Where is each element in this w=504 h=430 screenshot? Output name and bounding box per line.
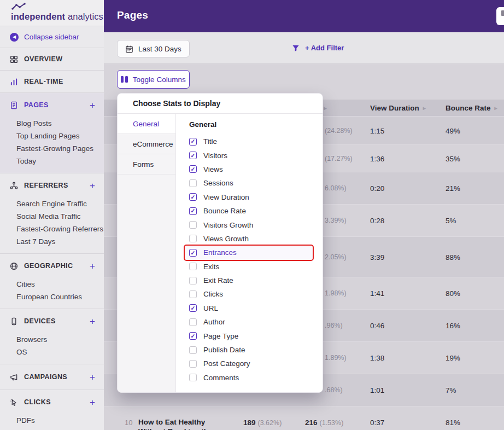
sidebar-item-blog-posts[interactable]: Blog Posts: [0, 117, 104, 130]
sidebar-item-real-time[interactable]: REAL-TIME: [0, 71, 104, 92]
option-views-growth[interactable]: Views Growth: [185, 232, 313, 246]
option-entrances[interactable]: ✓Entrances: [185, 246, 313, 259]
sidebar-item-browsers[interactable]: Browsers: [0, 333, 104, 346]
checkbox-icon[interactable]: ✓: [189, 138, 197, 146]
add-filter-button[interactable]: + Add Filter: [292, 44, 344, 52]
sidebar-section-campaigns: CAMPAIGNS +: [0, 364, 104, 390]
checkbox-icon[interactable]: ✓: [189, 249, 197, 257]
sidebar-item-fastest-growing-referrers[interactable]: Fastest-Growing Referrers: [0, 223, 104, 235]
option-bounce-rate[interactable]: ✓Bounce Rate: [185, 204, 313, 218]
checkbox-icon[interactable]: [189, 374, 197, 381]
option-views[interactable]: ✓Views: [185, 162, 313, 176]
collapse-icon: ◀: [10, 33, 19, 42]
checkbox-icon[interactable]: [189, 179, 197, 187]
option-view-duration[interactable]: ✓View Duration: [185, 190, 313, 204]
checkbox-icon[interactable]: [189, 277, 197, 284]
add-pages-report-button[interactable]: +: [90, 101, 95, 110]
pages-table-area: s▸ View Duration▸ Bounce Rate▸ (24.28%) …: [104, 64, 504, 430]
popover-title: Choose Stats to Display: [118, 94, 323, 114]
row-rank: 10: [125, 419, 132, 427]
sidebar-item-os[interactable]: OS: [0, 346, 104, 358]
checkbox-icon[interactable]: [189, 360, 197, 368]
column-header-view-duration[interactable]: View Duration▸: [370, 100, 426, 116]
option-exits[interactable]: Exits: [185, 260, 313, 274]
option-publish-date[interactable]: Publish Date: [185, 343, 313, 357]
checkbox-icon[interactable]: ✓: [189, 152, 197, 159]
option-comments[interactable]: Comments: [185, 371, 313, 385]
row-title-link[interactable]: How to Eat HealthyWithout Breaking the: [138, 417, 213, 430]
sidebar-item-overview[interactable]: OVERVIEW: [0, 48, 104, 70]
sidebar-item-european-countries[interactable]: European Countries: [0, 290, 104, 303]
checkbox-icon[interactable]: [189, 318, 197, 326]
add-geographic-report-button[interactable]: +: [90, 262, 95, 271]
checkbox-icon[interactable]: [189, 290, 197, 298]
popover-tab-rail: General eCommerce Forms: [118, 114, 176, 393]
option-title[interactable]: ✓Title: [185, 135, 313, 148]
checkbox-icon[interactable]: [189, 235, 197, 242]
sidebar-item-top-landing-pages[interactable]: Top Landing Pages: [0, 130, 104, 142]
devices-icon: [10, 317, 18, 326]
sidebar-item-social-media-traffic[interactable]: Social Media Traffic: [0, 210, 104, 223]
sidebar-section-geographic: GEOGRAPHIC + Cities European Countries: [0, 254, 104, 309]
partial-icon: [501, 10, 504, 16]
overview-icon: [10, 55, 18, 63]
choose-stats-popover: Choose Stats to Display General eCommerc…: [117, 93, 323, 393]
checkbox-icon[interactable]: [189, 263, 197, 270]
checkbox-icon[interactable]: ✓: [189, 332, 197, 340]
pages-icon: [10, 101, 18, 109]
sidebar-item-pdfs[interactable]: PDFs: [0, 414, 104, 427]
date-range-label: Last 30 Days: [138, 45, 181, 53]
header-partial-button[interactable]: [496, 7, 504, 25]
sidebar-item-today[interactable]: Today: [0, 155, 104, 167]
add-campaigns-report-button[interactable]: +: [90, 373, 95, 382]
views-cell: 216(1.53%): [305, 419, 343, 427]
logo-text: independent analytics: [11, 11, 103, 22]
option-visitors-growth[interactable]: Visitors Growth: [185, 218, 313, 231]
bounce-cell: 81%: [446, 419, 460, 427]
page-header: Pages: [104, 0, 504, 32]
collapse-sidebar-button[interactable]: ◀ Collapse sidebar: [0, 26, 104, 48]
popover-options-panel: General ✓Title ✓Visitors ✓Views Sessions…: [176, 114, 323, 393]
columns-icon: [121, 76, 128, 83]
option-author[interactable]: Author: [185, 315, 313, 329]
referrers-icon: [10, 182, 18, 190]
option-post-category[interactable]: Post Category: [185, 357, 313, 370]
sidebar-item-last-7-days[interactable]: Last 7 Days: [0, 235, 104, 248]
sidebar-item-devices[interactable]: DEVICES +: [0, 309, 104, 333]
sidebar-item-campaigns[interactable]: CAMPAIGNS +: [0, 364, 104, 390]
checkbox-icon[interactable]: [189, 221, 197, 229]
sidebar-item-fastest-growing-pages[interactable]: Fastest-Growing Pages: [0, 142, 104, 155]
checkbox-icon[interactable]: [189, 346, 197, 354]
option-exit-rate[interactable]: Exit Rate: [185, 274, 313, 287]
tab-ecommerce[interactable]: eCommerce: [118, 134, 175, 154]
calendar-icon: [125, 45, 133, 53]
page-title: Pages: [117, 9, 148, 21]
logo[interactable]: independent analytics: [0, 0, 104, 26]
option-url[interactable]: ✓URL: [185, 301, 313, 315]
checkbox-icon[interactable]: ✓: [189, 193, 197, 201]
tab-forms[interactable]: Forms: [118, 154, 175, 175]
checkbox-icon[interactable]: ✓: [189, 304, 197, 312]
checkbox-icon[interactable]: ✓: [189, 165, 197, 173]
tab-general[interactable]: General: [118, 114, 175, 134]
sidebar-item-referrers[interactable]: REFERRERS +: [0, 173, 104, 197]
sidebar-item-cities[interactable]: Cities: [0, 278, 104, 290]
option-page-type[interactable]: ✓Page Type: [185, 329, 313, 342]
sidebar-item-clicks[interactable]: CLICKS +: [0, 390, 104, 414]
sidebar-item-pages[interactable]: PAGES +: [0, 93, 104, 117]
sidebar-item-geographic[interactable]: GEOGRAPHIC +: [0, 254, 104, 278]
add-referrers-report-button[interactable]: +: [90, 181, 95, 190]
toggle-columns-button[interactable]: Toggle Columns: [117, 70, 190, 89]
add-clicks-report-button[interactable]: +: [90, 398, 95, 407]
checkbox-icon[interactable]: ✓: [189, 207, 197, 215]
date-range-button[interactable]: Last 30 Days: [117, 40, 190, 57]
option-sessions[interactable]: Sessions: [185, 176, 313, 190]
sidebar-item-search-engine-traffic[interactable]: Search Engine Traffic: [0, 197, 104, 210]
add-devices-report-button[interactable]: +: [90, 317, 95, 326]
sidebar-section-clicks: CLICKS + PDFs Zips: [0, 390, 104, 430]
option-visitors[interactable]: ✓Visitors: [185, 148, 313, 162]
option-clicks[interactable]: Clicks: [185, 287, 313, 301]
sidebar-item-zips[interactable]: Zips: [0, 427, 104, 430]
clicks-icon: [10, 398, 18, 406]
column-header-bounce-rate[interactable]: Bounce Rate▸: [446, 100, 497, 116]
